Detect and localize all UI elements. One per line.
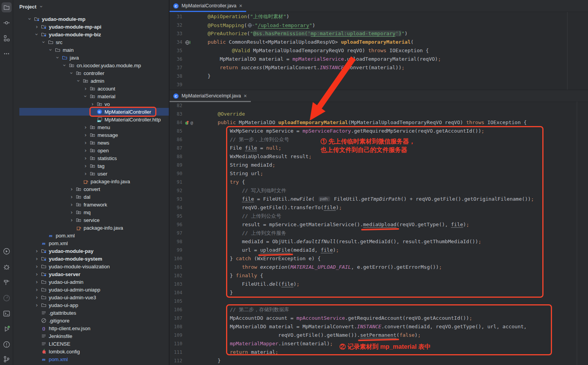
line-number[interactable]: 103 [170, 280, 182, 288]
chevron-collapsed-icon[interactable]: › [33, 295, 40, 300]
line-number[interactable]: 94 [170, 203, 182, 212]
line-number[interactable]: 33 [170, 29, 182, 38]
line-number[interactable]: 37 [170, 63, 182, 72]
chevron-expanded-icon[interactable]: › [83, 93, 88, 100]
commit-tool-icon[interactable] [2, 18, 12, 28]
chevron-expanded-icon[interactable]: › [76, 77, 81, 84]
line-number[interactable]: 90 [170, 169, 182, 178]
tree-item-framework[interactable]: ›framework [13, 201, 169, 208]
chevron-expanded-icon[interactable]: › [62, 62, 67, 69]
tree-item-yudao-module-visualization[interactable]: ›yudao-module-visualization [13, 263, 169, 270]
chevron-collapsed-icon[interactable]: › [33, 264, 40, 269]
close-icon[interactable]: × [239, 3, 242, 9]
chevron-collapsed-icon[interactable]: › [33, 287, 40, 292]
chevron-expanded-icon[interactable]: › [27, 15, 33, 22]
line-number[interactable]: 82 [170, 101, 182, 110]
tree-item-tag[interactable]: ›tag [13, 162, 169, 170]
line-number[interactable]: 102 [170, 271, 182, 280]
tree-item-pom-xml[interactable]: mpom.xml [13, 232, 169, 239]
project-panel-header[interactable]: Project › [13, 0, 169, 13]
tree-item-controller[interactable]: ›controller [13, 69, 169, 77]
tree-item-yudao-ui-admin-vue3[interactable]: ›yudao-ui-admin-vue3 [13, 293, 169, 301]
more-tools-icon[interactable] [2, 49, 12, 59]
line-number[interactable]: 111 [170, 348, 182, 356]
services-tool-icon[interactable] [2, 324, 12, 334]
line-number[interactable]: 110 [170, 339, 182, 348]
problems-tool-icon[interactable] [2, 339, 12, 350]
tree-item-news[interactable]: ›news [13, 139, 169, 147]
tree-item-menu[interactable]: ›menu [13, 123, 169, 131]
line-number[interactable]: 84 [170, 118, 182, 127]
tree-item-service[interactable]: ›service [13, 216, 169, 224]
chevron-collapsed-icon[interactable]: › [89, 101, 96, 107]
build-tool-icon[interactable] [2, 277, 12, 287]
tree-item-java[interactable]: ›java [13, 54, 169, 61]
tree-item-statistics[interactable]: ›statistics [13, 154, 169, 162]
mapping-gutter-icon[interactable] [185, 38, 190, 46]
tree-item-yudao-module-mp-api[interactable]: ›yudao-module-mp-api [13, 23, 169, 31]
chevron-collapsed-icon[interactable]: › [33, 279, 40, 285]
structure-tool-icon[interactable] [2, 33, 12, 43]
tab-mpmaterialserviceimpl-java[interactable]: C MpMaterialServiceImpl.java × [170, 90, 251, 102]
chevron-collapsed-icon[interactable]: › [33, 271, 40, 277]
tree-item-license[interactable]: LICENSE [13, 340, 169, 348]
tree-item-mpmaterialcontroller[interactable]: CMpMaterialController [13, 108, 169, 116]
override-gutter-icon[interactable]: @ [185, 118, 193, 127]
chevron-expanded-icon[interactable]: › [48, 46, 53, 53]
line-number[interactable]: 99 [170, 246, 182, 254]
tree-item-mq[interactable]: ›mq [13, 208, 169, 216]
line-number[interactable]: 89 [170, 161, 182, 169]
tree-item-material[interactable]: ›material [13, 92, 169, 100]
tree-item-pom-xml[interactable]: mpom.xml [13, 239, 169, 247]
tree-item-pom-xml[interactable]: mpom.xml [13, 355, 169, 363]
tree-item-account[interactable]: ›account [13, 85, 169, 92]
debug-tool-icon[interactable] [2, 262, 12, 272]
chevron-collapsed-icon[interactable]: › [82, 163, 89, 169]
tree-item-lombok-config[interactable]: lombok.config [13, 348, 169, 355]
endpoint-globe-icon[interactable]: › [247, 21, 254, 29]
chevron-collapsed-icon[interactable]: › [33, 24, 40, 29]
line-number[interactable]: 92 [170, 186, 182, 195]
line-number[interactable]: 100 [170, 254, 182, 263]
line-number[interactable]: 112 [170, 356, 182, 365]
tab-mpmaterialcontroller-java[interactable]: C MpMaterialController.java × [170, 0, 246, 12]
chevron-collapsed-icon[interactable]: › [82, 148, 89, 153]
tree-item-http-client-env-json[interactable]: {}http-client.env.json [13, 324, 169, 332]
close-icon[interactable]: × [244, 93, 247, 99]
line-number[interactable]: 39 [170, 80, 182, 89]
chevron-collapsed-icon[interactable]: › [82, 140, 89, 145]
line-number[interactable]: 35 [170, 46, 182, 55]
line-number[interactable]: 96 [170, 220, 182, 229]
line-number[interactable]: 88 [170, 152, 182, 161]
editor-top[interactable]: C MpMaterialController.java × 31 @ApiOpe… [170, 0, 588, 90]
line-number[interactable]: 36 [170, 55, 182, 63]
line-number[interactable]: 31 [170, 12, 182, 21]
run-tool-icon[interactable] [2, 246, 12, 256]
tree-item-jenkinsfile[interactable]: Jenkinsfile [13, 332, 169, 340]
line-number[interactable]: 106 [170, 305, 182, 314]
editor-bottom[interactable]: C MpMaterialServiceImpl.java × 8283 @Ove… [170, 90, 588, 365]
tree-item-user[interactable]: ›user [13, 170, 169, 177]
chevron-collapsed-icon[interactable]: › [68, 210, 75, 215]
tree-item-open[interactable]: ›open [13, 147, 169, 154]
line-number[interactable]: 98 [170, 237, 182, 246]
tree-item-cn-iocoder-yudao-module-mp[interactable]: ›cn.iocoder.yudao.module.mp [13, 61, 169, 69]
tree-item-yudao-server[interactable]: ›yudao-server [13, 270, 169, 278]
line-number[interactable]: 97 [170, 229, 182, 237]
tree-item-yudao-module-system[interactable]: ›yudao-module-system [13, 255, 169, 263]
chevron-expanded-icon[interactable]: › [55, 54, 60, 61]
line-number[interactable]: 83 [170, 110, 182, 118]
line-number[interactable]: 91 [170, 178, 182, 186]
line-number[interactable]: 101 [170, 263, 182, 271]
line-number[interactable]: 105 [170, 297, 182, 305]
project-tool-icon[interactable] [2, 2, 12, 12]
line-number[interactable]: 87 [170, 144, 182, 152]
terminal-tool-icon[interactable] [2, 309, 12, 319]
tree-item-main[interactable]: ›main [13, 46, 169, 54]
chevron-expanded-icon[interactable]: › [69, 70, 74, 77]
tree-item-package-info-java[interactable]: package-info.java [13, 224, 169, 232]
tree-item-mpmaterialcontroller-http[interactable]: APIMpMaterialController.http [13, 116, 169, 123]
tree-item-src[interactable]: ›src [13, 38, 169, 46]
chevron-collapsed-icon[interactable]: › [82, 171, 89, 176]
line-number[interactable]: 38 [170, 72, 182, 80]
